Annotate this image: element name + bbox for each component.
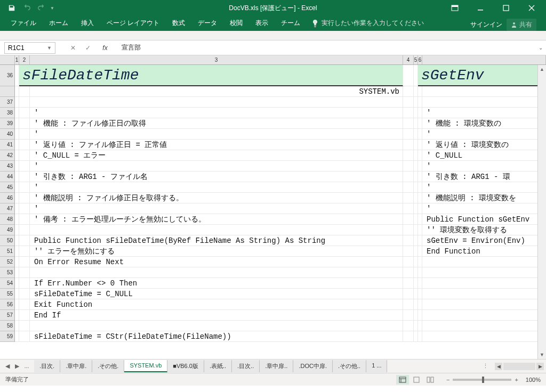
formula-input[interactable]: 宣言部 (118, 43, 535, 52)
code-cell[interactable]: sGetEnv = Environ(Env) (422, 235, 546, 246)
code-cell[interactable]: ' (422, 182, 546, 193)
tab-review[interactable]: 校閲 (223, 15, 249, 31)
cell[interactable] (414, 161, 418, 172)
zoom-level[interactable]: 100% (526, 377, 541, 383)
function-title[interactable]: sFileDateTime (19, 65, 403, 86)
cell[interactable] (414, 108, 418, 118)
cell[interactable] (15, 203, 19, 214)
code-cell[interactable]: ' 機能説明 : ファイル修正日を取得する。 (30, 193, 403, 203)
row-header[interactable]: 52 (0, 257, 15, 267)
row-header[interactable]: 48 (0, 214, 15, 225)
code-cell[interactable] (422, 97, 546, 108)
cell[interactable] (418, 321, 422, 331)
close-icon[interactable] (519, 1, 544, 15)
cell[interactable] (19, 310, 30, 321)
code-cell[interactable] (422, 299, 546, 310)
tabs-more-icon[interactable]: ⋮ (478, 363, 493, 370)
cell[interactable] (19, 267, 30, 278)
code-cell[interactable]: ' (30, 203, 403, 214)
code-cell[interactable] (30, 97, 403, 108)
grid-rows[interactable]: 36sFileDateTimesGetEnvSYSTEM.vb3738''39'… (0, 65, 546, 342)
row-header[interactable]: 37 (0, 97, 15, 108)
code-cell[interactable]: ' 備考 : エラー処理ルーチンを無効にしている。 (30, 214, 403, 225)
cell[interactable] (414, 267, 418, 278)
cell[interactable] (414, 129, 418, 140)
cell[interactable] (19, 150, 30, 161)
cell[interactable] (19, 140, 30, 150)
code-cell[interactable]: If Err.Number <> 0 Then (30, 278, 403, 289)
cell[interactable] (403, 267, 414, 278)
cell[interactable] (19, 278, 30, 289)
code-cell[interactable]: End If (30, 310, 403, 321)
cell[interactable] (19, 97, 30, 108)
cell[interactable] (414, 193, 418, 203)
row-header[interactable] (0, 86, 15, 97)
cell[interactable] (418, 257, 422, 267)
cell[interactable] (418, 299, 422, 310)
scroll-up-icon[interactable]: ▲ (538, 65, 546, 74)
sheet-tab[interactable]: ■VB6.0版 (167, 360, 204, 372)
row-header[interactable]: 54 (0, 278, 15, 289)
share-button[interactable]: 共有 (507, 19, 536, 31)
tab-page-layout[interactable]: ページ レイアウト (100, 15, 166, 31)
code-cell[interactable]: ' 機能 : 環境変数の (422, 118, 546, 129)
code-cell[interactable]: ' (30, 161, 403, 172)
sheet-tab[interactable]: 1 ... (366, 360, 387, 372)
cell[interactable] (19, 225, 30, 235)
code-cell[interactable]: End Function (422, 246, 546, 257)
cell[interactable] (15, 129, 19, 140)
enter-icon[interactable]: ✓ (81, 42, 95, 54)
cell[interactable] (403, 86, 414, 97)
cell[interactable] (19, 86, 30, 97)
cell[interactable] (19, 321, 30, 331)
cell[interactable] (414, 331, 418, 342)
tab-insert[interactable]: 挿入 (75, 15, 100, 31)
sheet-tab[interactable]: .章中扉.. (260, 360, 293, 372)
cell[interactable] (418, 140, 422, 150)
row-header[interactable]: 57 (0, 310, 15, 321)
code-cell[interactable]: ' (30, 108, 403, 118)
code-cell[interactable]: sFileDateTime = C_NULL (30, 289, 403, 299)
cell[interactable] (414, 140, 418, 150)
cell[interactable] (19, 299, 30, 310)
code-cell[interactable]: '' 環境変数を取得する (422, 225, 546, 235)
cell[interactable] (15, 118, 19, 129)
cell[interactable] (418, 193, 422, 203)
cell[interactable] (403, 118, 414, 129)
sheet-tab[interactable]: SYSTEM.vb (124, 360, 167, 372)
cell[interactable] (15, 65, 19, 86)
cell[interactable] (403, 108, 414, 118)
cell[interactable] (19, 235, 30, 246)
scroll-left-icon[interactable]: ◀ (495, 363, 502, 370)
cell[interactable] (19, 203, 30, 214)
zoom-in-icon[interactable]: + (515, 377, 518, 383)
cell[interactable] (422, 86, 546, 97)
cell[interactable] (15, 225, 19, 235)
filename-label[interactable]: SYSTEM.vb (30, 86, 403, 97)
cell[interactable] (15, 310, 19, 321)
tab-data[interactable]: データ (191, 15, 223, 31)
cell[interactable] (15, 172, 19, 182)
page-layout-view-icon[interactable] (410, 375, 423, 385)
cell[interactable] (414, 118, 418, 129)
cell[interactable] (19, 331, 30, 342)
code-cell[interactable] (422, 289, 546, 299)
cell[interactable] (418, 172, 422, 182)
cell[interactable] (418, 214, 422, 225)
cell[interactable] (418, 203, 422, 214)
cell[interactable] (414, 150, 418, 161)
cell[interactable] (418, 182, 422, 193)
cell[interactable] (19, 246, 30, 257)
tab-file[interactable]: ファイル (4, 15, 43, 31)
cell[interactable] (403, 203, 414, 214)
tab-view[interactable]: 表示 (249, 15, 275, 31)
cell[interactable] (19, 161, 30, 172)
row-header[interactable]: 40 (0, 129, 15, 140)
scroll-track[interactable] (538, 74, 546, 350)
row-header[interactable]: 38 (0, 108, 15, 118)
cell[interactable] (19, 193, 30, 203)
cell[interactable] (414, 172, 418, 182)
row-header[interactable]: 58 (0, 321, 15, 331)
cell[interactable] (403, 257, 414, 267)
code-cell[interactable]: Public Function sFileDateTime(ByRef File… (30, 235, 403, 246)
